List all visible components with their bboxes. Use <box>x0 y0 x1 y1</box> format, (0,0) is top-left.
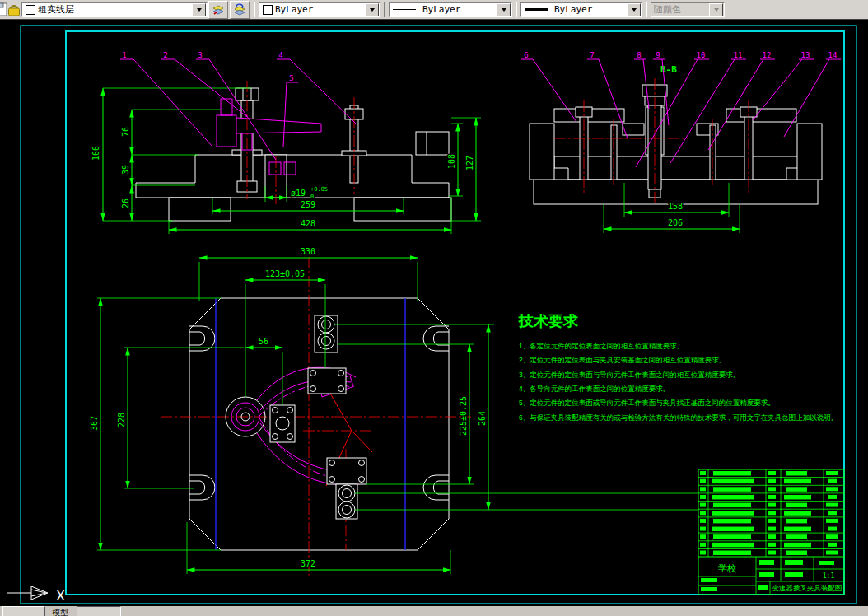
dim-label: 228 <box>117 413 126 427</box>
scale-value: 1:1 <box>823 572 835 580</box>
lineweight-combo[interactable]: ByLayer <box>520 2 642 17</box>
toolbar-separator <box>646 2 647 17</box>
model-tab[interactable]: 模型 <box>52 607 68 616</box>
front-view: 166 76 39 26 108 127 259 428 ø19 +0.05 0 <box>91 51 481 234</box>
bom-table <box>698 471 844 555</box>
balloon-number: 13 <box>801 51 810 59</box>
toolbar-separator <box>254 2 255 17</box>
balloon-number: 8 <box>637 51 641 59</box>
dim-label: 108 <box>447 154 456 169</box>
balloon-number: 10 <box>697 51 706 59</box>
balloon-number: 5 <box>289 74 293 82</box>
technical-requirements: 技术要求 1、各定位元件的定位表面之间的相互位置精度要求。 2、定位元件的定位表… <box>518 313 838 422</box>
color-swatch <box>263 5 273 15</box>
side-view: B-B 158 206 6 7 8 9 1 <box>521 51 841 233</box>
dim-label: 26 <box>121 198 130 208</box>
tech-req-item: 5、定位元件的定位表面或导向元件工作表面与夹具找正基面之间的位置精度要求。 <box>519 399 775 407</box>
toolbar-separator <box>384 2 385 17</box>
balloon-number: 3 <box>198 51 202 59</box>
dim-label: 158 <box>668 202 683 211</box>
lock-icon <box>9 6 20 16</box>
layers-undo-icon <box>232 3 247 16</box>
tech-req-item: 3、定位元件的定位表面与导向元件工作表面之间的相互位置精度要求。 <box>519 371 740 379</box>
school-label: 学校 <box>718 563 736 573</box>
object-properties-toolbar: 粗实线层 ByLayer ByLayer <box>0 0 868 20</box>
layout-tab-bar: 模型 <box>0 606 868 616</box>
balloon-number: 7 <box>590 51 594 59</box>
ucs-x-label: X <box>56 588 65 604</box>
layout-nav-button[interactable] <box>2 606 45 616</box>
page-icon <box>0 3 7 16</box>
drawing-title: 变速器拨叉夹具装配图 <box>772 584 842 592</box>
dim-label: 428 <box>301 219 315 228</box>
dim-label: 76 <box>121 127 130 137</box>
dim-label: 259 <box>301 200 315 209</box>
linetype-combo-arrow[interactable] <box>497 3 511 16</box>
ucs-icon: X <box>7 586 65 604</box>
layer-previous-button[interactable] <box>230 1 250 19</box>
plotstyle-combo: 随颜色 <box>651 2 725 17</box>
lineweight-combo-arrow[interactable] <box>627 3 641 16</box>
balloon-number: 14 <box>828 51 838 59</box>
layer-combo-value: 粗实线层 <box>35 3 191 16</box>
dim-label: 123±0.05 <box>265 269 305 278</box>
dim-label: 39 <box>121 165 130 175</box>
dim-label: 206 <box>668 218 683 227</box>
side-balloon-leaders <box>521 59 841 167</box>
dim-tolerance-upper: +0.05 <box>310 186 328 193</box>
balloon-number: 6 <box>524 51 528 59</box>
balloon-number: 2 <box>163 51 167 59</box>
dim-label: 264 <box>478 411 487 426</box>
plotstyle-combo-arrow <box>709 3 723 16</box>
toolbar-separator <box>516 2 517 17</box>
dim-label: 56 <box>259 337 268 346</box>
dim-label: 367 <box>90 416 99 431</box>
tech-req-item: 6、与保证夹具装配精度有关的或与检验方法有关的特殊的技术要求，可用文字在夹具总图… <box>519 413 838 422</box>
color-combo-value: ByLayer <box>273 4 364 15</box>
dim-label: 372 <box>301 559 315 568</box>
dim-label: 225±0.25 <box>459 396 468 436</box>
color-combo-arrow[interactable] <box>365 3 379 16</box>
command-field[interactable] <box>77 606 121 616</box>
balloon-number: 9 <box>656 51 660 59</box>
drawing-canvas[interactable]: 166 76 39 26 108 127 259 428 ø19 +0.05 0 <box>0 19 868 606</box>
balloon-number: 11 <box>734 51 743 59</box>
title-block: 学校 1:1 变速器拨叉夹具装配图 <box>698 469 844 595</box>
cad-application: 粗实线层 ByLayer ByLayer <box>0 0 868 616</box>
balloon-number: 12 <box>763 51 772 59</box>
balloon-number: 1 <box>122 51 126 59</box>
tech-req-item: 1、各定位元件的定位表面之间的相互位置精度要求。 <box>519 342 684 350</box>
linetype-combo[interactable]: ByLayer <box>389 2 512 17</box>
linetype-sample <box>393 9 416 10</box>
plotstyle-combo-value: 随颜色 <box>651 3 708 16</box>
color-combo[interactable]: ByLayer <box>259 2 380 17</box>
layer-combo-arrow[interactable] <box>192 3 206 16</box>
tech-req-item: 4、各导向元件的工作表面之间的位置精度要求。 <box>519 385 670 393</box>
make-layer-current-button[interactable] <box>208 1 228 19</box>
layers-arrow-icon <box>211 3 226 16</box>
dim-label: 166 <box>91 146 100 161</box>
balloon-number: 4 <box>278 51 282 59</box>
dim-label: ø19 <box>291 189 306 198</box>
tech-req-item: 2、定位元件的定位表面与夹具安装基面之间的相互位置精度要求。 <box>519 356 726 364</box>
top-view: 330 123±0.05 56 372 367 228 225±0.25 264 <box>90 247 698 576</box>
lineweight-combo-value: ByLayer <box>548 4 626 15</box>
tech-req-title: 技术要求 <box>518 313 579 329</box>
linetype-combo-value: ByLayer <box>416 4 496 15</box>
dim-label: 127 <box>465 156 474 170</box>
lineweight-sample <box>525 8 548 11</box>
dim-label: 330 <box>301 247 315 256</box>
toolbar-left-icons <box>0 1 21 19</box>
layer-combo[interactable]: 粗实线层 <box>21 2 208 17</box>
layer-color-swatch <box>26 5 35 15</box>
dim-tolerance-lower: 0 <box>310 194 314 200</box>
